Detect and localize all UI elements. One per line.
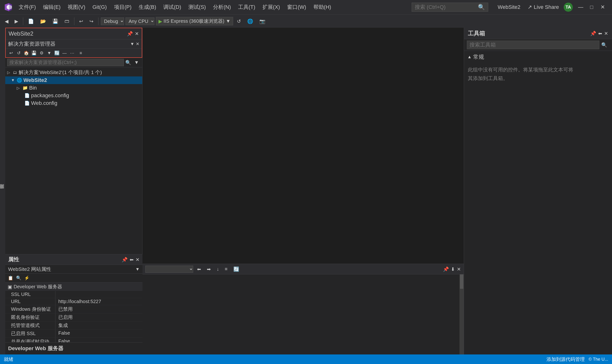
toolbox-auto-hide-button[interactable]: ⬅: [598, 31, 602, 36]
toolbox-empty-line2: 其添加到工具箱。: [468, 76, 508, 81]
redo-button[interactable]: ↪: [87, 17, 96, 25]
toolbox-search-btn[interactable]: 🔍: [599, 41, 609, 49]
toolbox-search-input[interactable]: [467, 41, 599, 49]
props-row-anon-auth: 匿名身份验证 已启用: [5, 313, 142, 322]
config-icon: 📄: [24, 93, 30, 98]
save-button[interactable]: 💾: [50, 17, 61, 25]
menu-view[interactable]: 视图(V): [64, 3, 88, 12]
menu-project[interactable]: 项目(P): [111, 3, 135, 12]
properties-pin-btn[interactable]: 📌: [122, 257, 128, 262]
sol-btn-home[interactable]: 🏠: [23, 50, 30, 56]
screenshot-button[interactable]: 📷: [257, 17, 268, 25]
run-config[interactable]: ▶ IIS Express (360极速浏览器) ▼: [156, 17, 233, 25]
sol-btn-settings[interactable]: ⚙: [38, 50, 45, 56]
live-share-button[interactable]: ↗ Live Share: [525, 3, 561, 11]
menu-window[interactable]: 窗口(W): [284, 3, 309, 12]
maximize-button[interactable]: □: [586, 2, 597, 13]
output-panel-toolbar: ⬅ ➡ ↓ ≡ 🔄: [145, 266, 241, 273]
minimize-button[interactable]: —: [575, 2, 586, 13]
new-button[interactable]: 📄: [26, 17, 36, 25]
toolbox-empty-line1: 此组中没有可用的控件。将某项拖至此文本可将: [468, 67, 573, 72]
props-btn3[interactable]: ⚡: [23, 275, 30, 281]
live-share-icon: ↗: [528, 4, 532, 10]
solution-search-input[interactable]: [7, 59, 124, 66]
save-all-button[interactable]: 🗃: [62, 17, 72, 25]
toolbox-controls: 📌 ⬅ ✕: [590, 31, 608, 36]
sol-btn-filter[interactable]: ▼: [46, 50, 53, 56]
add-to-source-control[interactable]: 添加到源代码管理: [546, 356, 585, 363]
open-button[interactable]: 📂: [38, 17, 49, 25]
output-btn3[interactable]: ↓: [215, 266, 221, 273]
solution-label: 解决方案'WebSite2'(1 个项目/共 1 个): [19, 69, 102, 76]
props-row-win-auth: Windows 身份验证 已禁用: [5, 305, 142, 313]
bottom-output-panel: ⬅ ➡ ↓ ≡ 🔄 📌 ⬇ ✕: [142, 264, 464, 354]
solution-search-options[interactable]: ▼: [133, 59, 140, 66]
properties-close-btn[interactable]: ✕: [136, 257, 140, 262]
output-dropdown[interactable]: [145, 266, 193, 273]
avatar[interactable]: TA: [564, 3, 573, 12]
menu-debug[interactable]: 调试(D): [160, 3, 185, 12]
sol-btn-more[interactable]: ⋯: [69, 50, 76, 56]
solution-panel-btn1[interactable]: ▼: [130, 41, 134, 47]
run-dropdown-icon: ▼: [226, 18, 231, 24]
output-close-btn[interactable]: ✕: [457, 266, 461, 272]
menu-git[interactable]: Git(G): [89, 3, 110, 11]
sol-btn-collapse[interactable]: —: [61, 50, 68, 56]
forward-button[interactable]: ▶: [12, 17, 21, 25]
solution-search-btn[interactable]: 🔍: [124, 59, 133, 66]
search-input[interactable]: [415, 4, 478, 10]
panel-close-button[interactable]: ✕: [135, 31, 139, 37]
toolbox-pin-button[interactable]: 📌: [590, 31, 596, 36]
props-btn2[interactable]: 🔍: [15, 275, 22, 281]
props-key-anon-auth: 匿名身份验证: [5, 313, 55, 321]
menu-bar: 文件(F) 编辑(E) 视图(V) Git(G) 项目(P) 生成(B) 调试(…: [15, 3, 412, 12]
separator-2: [74, 17, 74, 25]
output-btn5[interactable]: 🔄: [231, 266, 241, 273]
menu-help[interactable]: 帮助(H): [310, 3, 335, 12]
browser-button[interactable]: 🌐: [245, 17, 256, 25]
output-pin-btn[interactable]: 📌: [443, 266, 449, 272]
sol-btn-refresh[interactable]: ↺: [15, 50, 22, 56]
toolbox-close-button[interactable]: ✕: [604, 31, 608, 36]
properties-dropdown-btn[interactable]: ▼: [135, 267, 140, 272]
menu-test[interactable]: 测试(S): [185, 3, 209, 12]
separator-3: [98, 17, 98, 25]
scrollbar-track[interactable]: [460, 274, 464, 354]
sol-btn-sync[interactable]: ↩: [8, 50, 14, 56]
menu-edit[interactable]: 编辑(E): [40, 3, 64, 12]
solution-node[interactable]: ▷ 🗂 解决方案'WebSite2'(1 个项目/共 1 个): [5, 68, 142, 77]
debug-mode-select[interactable]: Debug: [101, 17, 124, 25]
properties-header: 属性 📌 ⬅ ✕: [5, 254, 142, 265]
output-auto-hide-btn[interactable]: ⬇: [451, 266, 455, 272]
output-btn4[interactable]: ≡: [223, 266, 230, 273]
properties-auto-hide-btn[interactable]: ⬅: [130, 257, 134, 262]
menu-build[interactable]: 生成(B): [135, 3, 160, 12]
back-button[interactable]: ◀: [2, 17, 11, 25]
props-section-dev: ▣ Developer Web 服务器: [5, 283, 142, 291]
props-btn1[interactable]: 📋: [7, 275, 14, 281]
scrollbar-thumb[interactable]: [460, 274, 463, 289]
menu-file[interactable]: 文件(F): [15, 3, 39, 12]
bin-folder[interactable]: ▷ 📁 Bin: [5, 84, 142, 92]
output-btn1[interactable]: ⬅: [195, 266, 203, 273]
close-button[interactable]: ✕: [597, 2, 608, 13]
output-btn2[interactable]: ➡: [205, 266, 213, 273]
undo-button[interactable]: ↩: [77, 17, 86, 25]
panel-pin-button[interactable]: 📌: [127, 31, 133, 37]
refresh-button[interactable]: ↺: [234, 17, 243, 25]
web-config-file[interactable]: 📄 Web.config: [5, 99, 142, 107]
menu-tools[interactable]: 工具(T): [235, 3, 259, 12]
platform-select[interactable]: Any CPU: [125, 17, 154, 25]
props-section-minus: ▣: [8, 284, 12, 290]
packages-config-file[interactable]: 📄 packages.config: [5, 92, 142, 99]
solution-panel-btn2[interactable]: ✕: [136, 41, 139, 47]
menu-extensions[interactable]: 扩展(X): [259, 3, 283, 12]
props-key-ssl-enabled: 已启用 SSL: [5, 330, 55, 338]
sol-btn-reload[interactable]: 🔄: [54, 50, 60, 56]
props-row-url: URL http://localhost:5227: [5, 298, 142, 305]
project-node[interactable]: ▼ 🌐 WebSite2: [5, 77, 142, 84]
sol-btn-save[interactable]: 💾: [31, 50, 37, 56]
menu-analyze[interactable]: 分析(N): [210, 3, 234, 12]
title-search[interactable]: 🔍: [412, 3, 488, 12]
sol-btn-extra[interactable]: ≡: [78, 50, 84, 56]
